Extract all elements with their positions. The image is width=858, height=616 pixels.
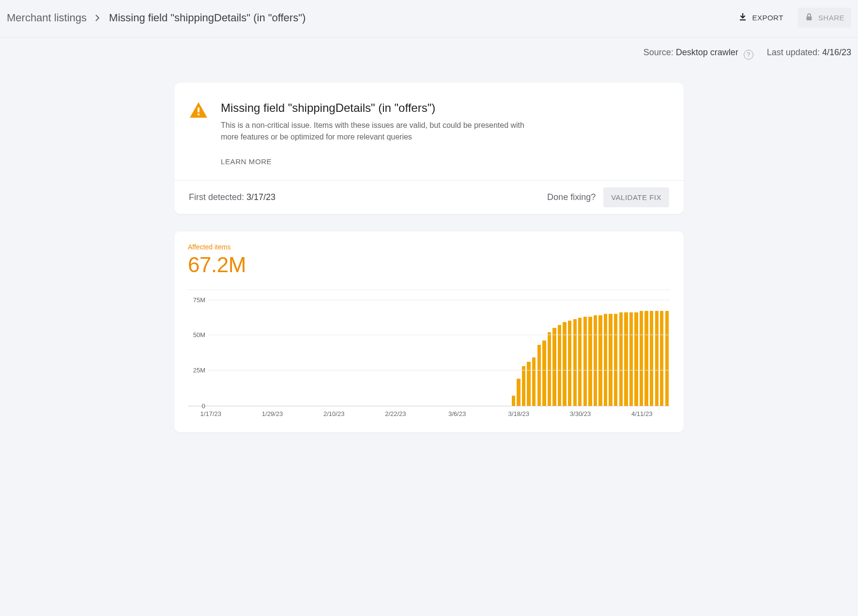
chart-title: Affected items [188,243,670,251]
source-label: Source: [644,47,674,57]
bar-slot [378,300,383,406]
bar-slot [255,300,260,406]
chart-bar[interactable] [583,317,587,406]
breadcrumb: Merchant listings Missing field "shippin… [7,12,306,24]
chart-bar[interactable] [665,311,669,406]
chart-bar[interactable] [629,312,633,406]
bar-slot [230,300,235,406]
bar-slot [434,300,440,406]
bar-slot [465,300,470,406]
bar-slot [235,300,240,406]
chart-bar[interactable] [537,345,541,406]
chart-bar[interactable] [522,366,525,406]
bar-slot [531,300,536,406]
bar-slot [368,300,373,406]
bar-slot [209,300,214,406]
chart-bar[interactable] [640,311,643,406]
bar-slot [424,300,429,406]
first-detected: First detected: 3/17/23 [189,192,276,202]
chart-bar[interactable] [650,311,653,406]
bar-slot [403,300,409,406]
bar-slot [332,300,337,406]
bar-slot [388,300,394,406]
bar-slot [398,300,404,406]
svg-rect-1 [806,16,812,20]
bar-slot [317,300,322,406]
chart-bar[interactable] [542,340,546,405]
chart-bar[interactable] [624,312,628,406]
validate-fix-button[interactable]: VALIDATE FIX [603,187,669,207]
chart-bar[interactable] [532,357,536,405]
chevron-right-icon [95,15,100,21]
bar-slot [624,300,629,406]
chart-bar[interactable] [548,332,551,406]
bar-slot [460,300,465,406]
bar-slot [475,300,480,406]
y-tick: 25M [188,367,205,374]
svg-rect-0 [740,19,746,20]
bar-slot [286,300,291,406]
x-tick: 2/22/23 [385,410,406,417]
chart-plot[interactable]: 025M50M75M [188,300,670,406]
bar-slot [649,300,654,406]
x-tick: 1/17/23 [200,410,221,417]
y-tick: 75M [188,296,205,303]
bar-slot [245,300,250,406]
lock-icon [805,13,813,23]
chart-bar[interactable] [619,312,623,406]
bar-slot [276,300,281,406]
chart-bar[interactable] [598,315,602,406]
bar-slot [593,300,598,406]
bar-slot [547,300,552,406]
chart-bar[interactable] [594,315,597,406]
breadcrumb-root[interactable]: Merchant listings [7,12,87,24]
chart-bar[interactable] [634,312,638,406]
learn-more-link[interactable]: LEARN MORE [221,157,272,166]
bar-slot [562,300,567,406]
bar-slot [449,300,455,406]
source-value[interactable]: Desktop crawler [676,47,738,57]
bar-slot [419,300,424,406]
bar-slot [521,300,526,406]
bar-slot [511,300,516,406]
bar-slot [572,300,578,406]
bar-slot [429,300,434,406]
bar-slot [311,300,317,406]
bar-slot [608,300,613,406]
chart-bar[interactable] [552,328,556,406]
export-button[interactable]: EXPORT [732,8,790,28]
chart-bar[interactable] [558,325,561,405]
export-label: EXPORT [752,14,783,22]
chart-bar[interactable] [614,314,617,406]
bar-slot [578,300,583,406]
x-tick: 1/29/23 [262,410,283,417]
bar-slot [322,300,327,406]
chart-bar[interactable] [609,314,612,406]
source-meta: Source: Desktop crawler ? [644,47,753,60]
chart-bar[interactable] [578,318,582,405]
bar-slot [444,300,450,406]
bar-slot [296,300,302,406]
bar-slot [219,300,225,406]
chart-bar[interactable] [644,311,648,406]
chart-bar[interactable] [588,317,592,406]
help-icon[interactable]: ? [744,50,753,60]
chart-bar[interactable] [512,396,515,405]
chart-bar[interactable] [527,362,530,406]
chart-bar[interactable] [517,379,520,405]
chart-bar[interactable] [604,314,607,406]
issue-title: Missing field "shippingDetails" (in "off… [221,101,540,115]
bar-slot [455,300,460,406]
download-icon [738,13,747,23]
bar-slot [271,300,276,406]
chart-bar[interactable] [660,311,663,406]
bar-slot [357,300,363,406]
chart-bar[interactable] [655,311,659,406]
bar-slot [557,300,562,406]
chart-bar[interactable] [568,321,571,405]
gridline [208,335,670,335]
bar-slot [260,300,266,406]
topbar: Merchant listings Missing field "shippin… [0,0,858,38]
chart-bar[interactable] [573,319,577,405]
bar-slot [393,300,398,406]
